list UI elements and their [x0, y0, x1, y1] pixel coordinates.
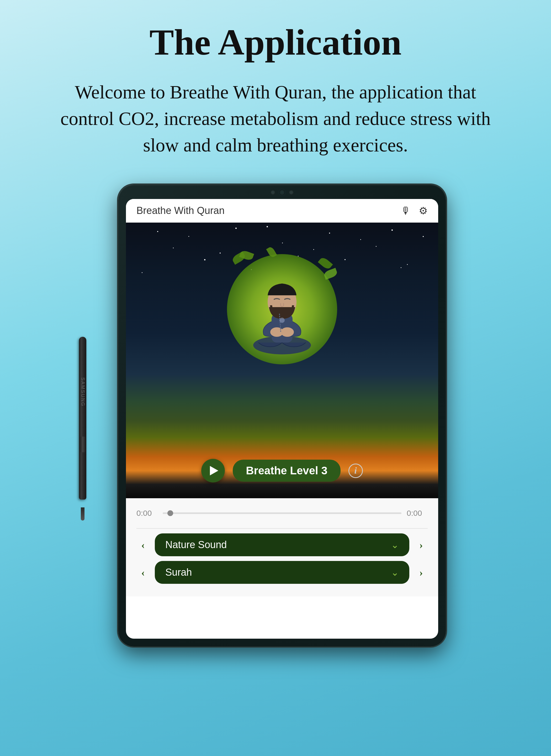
- surah-row: ‹ Surah ⌄ ›: [136, 561, 428, 584]
- play-button[interactable]: [201, 459, 225, 482]
- leaf-4: [323, 268, 338, 280]
- camera-main: [279, 189, 285, 196]
- camera-dot-left: [270, 190, 275, 195]
- meditation-figure: [243, 269, 322, 358]
- surah-label: Surah: [165, 567, 192, 578]
- progress-area: 0:00 0:00: [136, 506, 428, 524]
- divider-1: [136, 528, 428, 529]
- meditation-circle: [216, 244, 348, 375]
- stylus-brand-label: SAMSUNG: [80, 377, 85, 407]
- time-end: 0:00: [407, 509, 428, 518]
- camera-dot-right: [289, 190, 294, 195]
- surah-prev-button[interactable]: ‹: [136, 566, 149, 579]
- arrow-right-icon: ›: [419, 539, 423, 551]
- breathe-level-button[interactable]: Breathe Level 3: [233, 460, 341, 482]
- page-subtitle: Welcome to Breathe With Quran, the appli…: [52, 79, 499, 158]
- info-button[interactable]: i: [349, 463, 363, 478]
- arrow-left-icon: ‹: [141, 539, 144, 551]
- settings-icon[interactable]: ⚙: [419, 205, 428, 217]
- info-icon: i: [355, 466, 357, 476]
- nature-sound-row: ‹ Nature Sound ⌄ ›: [136, 533, 428, 556]
- play-icon: [210, 466, 218, 475]
- stylus-button[interactable]: [80, 436, 85, 452]
- progress-track[interactable]: [163, 512, 402, 514]
- leaf-3: [318, 256, 333, 271]
- microphone-icon[interactable]: 🎙: [401, 205, 411, 217]
- tablet-top-bar: [270, 189, 294, 196]
- controls-bar: Breathe Level 3 i: [126, 459, 438, 482]
- nature-sound-dropdown[interactable]: Nature Sound ⌄: [155, 533, 409, 556]
- surah-chevron-icon: ⌄: [391, 567, 399, 578]
- header-icons: 🎙 ⚙: [401, 205, 428, 217]
- app-bottom-panel: 0:00 0:00 ‹ Nature Sound: [126, 498, 438, 597]
- page-title: The Application: [149, 21, 402, 63]
- surah-dropdown[interactable]: Surah ⌄: [155, 561, 409, 584]
- svg-point-6: [280, 318, 285, 323]
- stylus-body: SAMSUNG: [79, 337, 86, 499]
- nature-sound-label: Nature Sound: [165, 539, 227, 550]
- app-header: Breathe With Quran 🎙 ⚙: [126, 199, 438, 223]
- surah-arrow-right-icon: ›: [419, 566, 423, 579]
- breathe-level-text: Breathe Level 3: [246, 464, 328, 477]
- svg-point-3: [281, 327, 294, 337]
- nature-sound-next-button[interactable]: ›: [415, 538, 428, 551]
- surah-arrow-left-icon: ‹: [141, 566, 144, 579]
- tablet-screen: Breathe With Quran 🎙 ⚙: [126, 199, 438, 639]
- page-wrapper: The Application Welcome to Breathe With …: [0, 0, 551, 756]
- stylus-tip: [81, 507, 84, 520]
- stylus: SAMSUNG: [76, 337, 89, 520]
- progress-thumb[interactable]: [167, 510, 173, 516]
- app-name-label: Breathe With Quran: [136, 205, 401, 216]
- nature-sound-prev-button[interactable]: ‹: [136, 538, 149, 551]
- nature-sound-chevron-icon: ⌄: [391, 539, 399, 550]
- tablet-frame: Breathe With Quran 🎙 ⚙: [118, 184, 446, 647]
- time-start: 0:00: [136, 509, 157, 518]
- tablet-scene: SAMSUNG Breathe With Quran 🎙 ⚙: [92, 184, 459, 657]
- app-main-content: Breathe Level 3 i: [126, 223, 438, 498]
- surah-next-button[interactable]: ›: [415, 566, 428, 579]
